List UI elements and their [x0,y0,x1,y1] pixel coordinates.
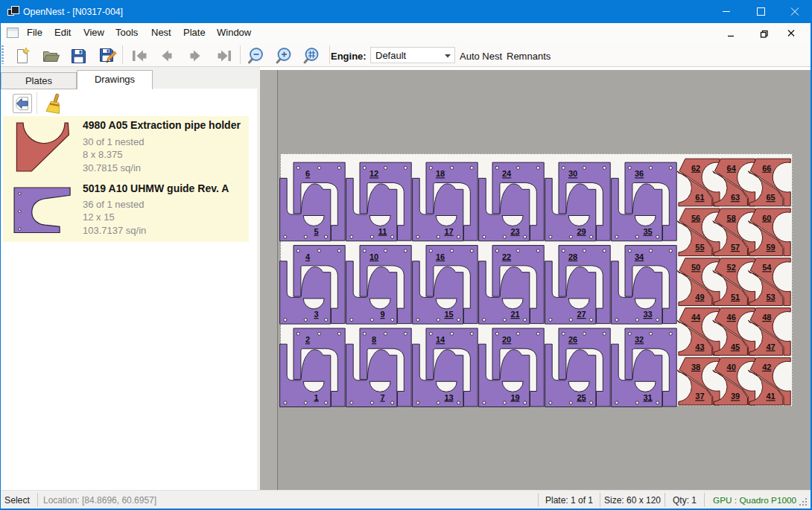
svg-text:55: 55 [695,243,704,252]
svg-text:19: 19 [510,393,519,402]
svg-text:43: 43 [695,342,704,351]
svg-text:34: 34 [635,252,644,261]
svg-text:39: 39 [731,392,740,401]
svg-text:44: 44 [691,313,701,322]
svg-text:11: 11 [378,227,387,236]
svg-text:60: 60 [762,214,771,223]
svg-text:62: 62 [691,164,700,173]
svg-text:65: 65 [766,193,775,202]
svg-text:33: 33 [643,310,652,319]
svg-text:57: 57 [731,243,740,252]
svg-text:56: 56 [691,214,700,223]
svg-text:38: 38 [691,363,700,372]
svg-text:41: 41 [766,392,775,401]
svg-text:54: 54 [762,263,772,272]
svg-text:22: 22 [502,252,511,261]
svg-text:48: 48 [762,313,771,322]
svg-text:35: 35 [643,227,652,236]
svg-text:10: 10 [369,252,378,261]
svg-text:49: 49 [695,293,704,302]
svg-text:32: 32 [635,335,644,344]
svg-text:4: 4 [305,252,311,261]
svg-text:64: 64 [727,164,737,173]
svg-text:50: 50 [691,263,700,272]
svg-text:7: 7 [380,393,384,402]
svg-text:23: 23 [510,227,519,236]
svg-text:63: 63 [731,193,740,202]
svg-text:37: 37 [695,392,704,401]
svg-text:42: 42 [762,363,771,372]
svg-text:5: 5 [314,227,318,236]
svg-text:27: 27 [577,310,586,319]
svg-text:12: 12 [369,169,378,178]
svg-text:6: 6 [305,169,310,178]
svg-text:8: 8 [372,335,376,344]
svg-text:1: 1 [314,393,318,402]
svg-text:16: 16 [436,252,445,261]
svg-text:29: 29 [577,227,586,236]
svg-text:53: 53 [766,293,775,302]
svg-text:2: 2 [305,335,310,344]
svg-text:46: 46 [727,313,736,322]
svg-text:14: 14 [436,335,445,344]
svg-text:51: 51 [731,293,740,302]
svg-text:45: 45 [731,342,740,351]
svg-text:59: 59 [766,243,775,252]
svg-text:28: 28 [568,252,577,261]
svg-text:18: 18 [436,169,445,178]
svg-text:9: 9 [380,310,384,319]
svg-text:58: 58 [727,214,736,223]
svg-text:36: 36 [635,169,644,178]
svg-text:25: 25 [577,393,586,402]
svg-text:13: 13 [444,393,453,402]
svg-text:15: 15 [444,310,453,319]
svg-text:31: 31 [643,393,652,402]
svg-text:61: 61 [695,193,704,202]
svg-text:52: 52 [727,263,736,272]
svg-text:24: 24 [502,169,512,178]
svg-text:3: 3 [314,310,318,319]
svg-text:26: 26 [568,335,577,344]
svg-text:20: 20 [502,335,511,344]
svg-text:17: 17 [444,227,453,236]
svg-text:47: 47 [766,342,775,351]
svg-text:40: 40 [727,363,736,372]
svg-text:30: 30 [568,169,577,178]
svg-text:66: 66 [762,164,771,173]
svg-text:21: 21 [510,310,519,319]
